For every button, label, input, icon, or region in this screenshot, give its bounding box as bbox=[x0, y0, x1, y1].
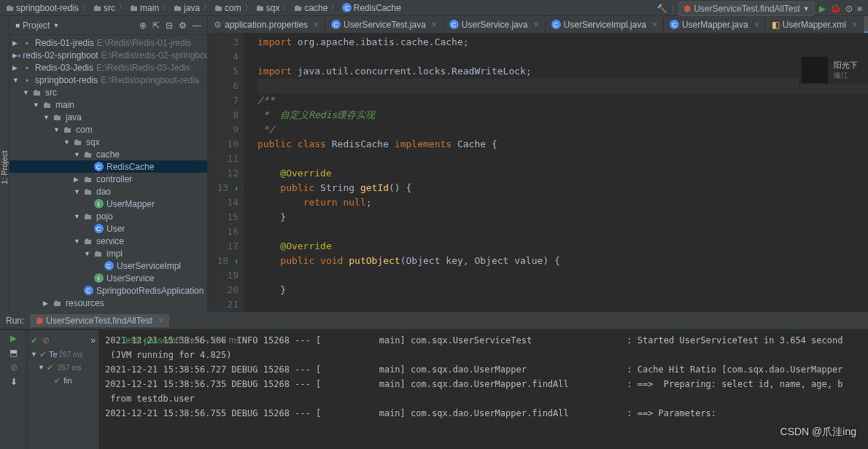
test-tree-item[interactable]: ✔fin bbox=[28, 374, 98, 387]
tree-item[interactable]: CSpringbootRedisApplication bbox=[9, 284, 207, 297]
test-tree-item[interactable]: ▼✔ 267 ms bbox=[28, 361, 98, 374]
tree-item[interactable]: ▶▪Redis-01-jredisE:\Redis\Redis-01-jredi… bbox=[9, 36, 207, 49]
close-icon[interactable]: × bbox=[314, 20, 319, 30]
editor-tab[interactable]: CUserService.java× bbox=[443, 16, 546, 33]
close-icon[interactable]: × bbox=[652, 20, 657, 30]
run-tab[interactable]: ⬢ UserServiceTest.findAllTest × bbox=[30, 314, 168, 327]
tree-item[interactable]: ▼🖿sqx bbox=[9, 136, 207, 148]
breadcrumb-item[interactable]: 〉🖿java bbox=[159, 1, 200, 14]
expand-arrows-icon[interactable]: » bbox=[90, 335, 96, 345]
editor-tab[interactable]: ⚙application.properties× bbox=[208, 16, 325, 33]
project-panel: ■ Project ▼ ⊕ ⇱ ⊟ ⚙ — ▶▪Redis-01-jredisE… bbox=[9, 16, 208, 312]
tree-item[interactable]: ▼🖿service bbox=[9, 235, 207, 247]
build-icon[interactable]: 🔨 bbox=[656, 4, 667, 14]
close-icon[interactable]: × bbox=[534, 20, 539, 30]
line-gutter[interactable]: 345678910111213 ⬆1415161718 ⬆192021 bbox=[208, 34, 244, 312]
console-output[interactable]: 2021-12-21 15:38:56.506 INFO 15268 --- [… bbox=[99, 330, 868, 449]
expand-icon[interactable]: ⇱ bbox=[152, 20, 160, 31]
song-title: 阳光下 bbox=[834, 60, 868, 71]
tree-item[interactable]: ▼🖿dao bbox=[9, 185, 207, 198]
tree-item[interactable]: CRedisCache bbox=[9, 160, 207, 173]
stop-icon[interactable]: ⊘ bbox=[10, 362, 18, 372]
close-icon[interactable]: × bbox=[432, 20, 437, 30]
run-icon[interactable]: ▶ bbox=[819, 4, 826, 14]
breadcrumb-item[interactable]: 〉🖿cache bbox=[279, 1, 328, 14]
run-label: Run: bbox=[6, 316, 24, 326]
project-tree[interactable]: ▶▪Redis-01-jredisE:\Redis\Redis-01-jredi… bbox=[9, 35, 207, 311]
tree-item[interactable]: ▶🖿resources bbox=[9, 297, 207, 309]
close-icon[interactable]: × bbox=[754, 20, 759, 30]
breadcrumb-item[interactable]: 〉CRedisCache bbox=[328, 1, 400, 14]
project-label: Project bbox=[23, 20, 50, 31]
breadcrumb-item[interactable]: 〉🖿src bbox=[79, 1, 115, 14]
select-target-icon[interactable]: ⊕ bbox=[139, 20, 147, 31]
editor-tab[interactable]: CRedisCache bbox=[864, 16, 868, 33]
tree-item[interactable]: ▼🖿impl bbox=[9, 247, 207, 259]
editor-tab[interactable]: ◧UserMapper.xml× bbox=[766, 16, 864, 33]
run-config-dropdown[interactable]: ⬢ UserServiceTest.findAllTest ▼ bbox=[678, 1, 814, 16]
tree-item[interactable]: ▶▪Redis-03-JedisE:\Redis\Redis-03-Jedis bbox=[9, 61, 207, 74]
close-icon[interactable]: × bbox=[852, 20, 857, 30]
editor-tab[interactable]: CUserServiceImpl.java× bbox=[546, 16, 664, 33]
test-tree-item[interactable]: ▼✔Te 267 ms bbox=[28, 348, 98, 361]
tree-item[interactable]: ▼▪springboot-redisE:\Redis\springboot-re… bbox=[9, 74, 207, 86]
breadcrumb-item[interactable]: 🖿springboot-redis bbox=[6, 3, 79, 13]
rerun-icon[interactable]: ▶ bbox=[10, 333, 17, 343]
editor-tabs: ⚙application.properties×CUserServiceTest… bbox=[208, 16, 868, 34]
breadcrumb-item[interactable]: 〉🖿com bbox=[200, 1, 241, 14]
tree-item[interactable]: ▼🖿cache bbox=[9, 148, 207, 160]
song-artist: 痛江 bbox=[834, 71, 868, 81]
tree-item[interactable]: ▶🖿controller bbox=[9, 173, 207, 185]
project-tool-stripe[interactable]: 1: Project bbox=[0, 16, 9, 312]
settings-icon[interactable]: ⚙ bbox=[179, 20, 187, 31]
watermark: CSDN @爪洼ing bbox=[780, 426, 856, 439]
tree-item[interactable]: CUser bbox=[9, 222, 207, 235]
breadcrumb-item[interactable]: 〉🖿main bbox=[115, 1, 159, 14]
fail-filter-icon[interactable]: ⊘ bbox=[42, 335, 50, 345]
debug-icon[interactable]: 🐞 bbox=[830, 4, 841, 14]
breadcrumb: 🖿springboot-redis〉🖿src〉🖿main〉🖿java〉🖿com〉… bbox=[0, 0, 868, 16]
breadcrumb-item[interactable]: 〉🖿sqx bbox=[241, 1, 280, 14]
tree-item[interactable]: ▼🖿com bbox=[9, 123, 207, 136]
down-icon[interactable]: ⬇ bbox=[10, 377, 18, 387]
tree-item[interactable]: IUserService bbox=[9, 272, 207, 284]
editor-tab[interactable]: CUserMapper.java× bbox=[664, 16, 766, 33]
code-editor[interactable]: import org.apache.ibatis.cache.Cache; im… bbox=[244, 34, 868, 312]
close-icon[interactable]: × bbox=[158, 316, 163, 326]
album-cover bbox=[802, 57, 828, 83]
tree-item[interactable]: ▼🖿main bbox=[9, 98, 207, 111]
pass-filter-icon[interactable]: ✔ bbox=[31, 335, 38, 345]
stop-icon[interactable]: ■ bbox=[857, 4, 862, 14]
tree-item[interactable]: ▼🖿pojo bbox=[9, 210, 207, 222]
separator: | bbox=[672, 4, 674, 14]
tree-item[interactable]: CUserServiceImpl bbox=[9, 259, 207, 272]
toggle-icon[interactable]: ⬒ bbox=[9, 348, 18, 358]
hide-icon[interactable]: — bbox=[193, 20, 201, 31]
run-panel-header: Run: ⬢ UserServiceTest.findAllTest × bbox=[0, 312, 868, 329]
editor-tab[interactable]: CUserServiceTest.java× bbox=[325, 16, 443, 33]
tree-item[interactable]: IUserMapper bbox=[9, 198, 207, 210]
tree-item[interactable]: ▶▪redis-02-springbootE:\Redis\redis-02-s… bbox=[9, 49, 207, 61]
tree-item[interactable]: ▼🖿java bbox=[9, 111, 207, 123]
coverage-icon[interactable]: ⊙ bbox=[845, 4, 853, 14]
collapse-icon[interactable]: ⊟ bbox=[166, 20, 173, 31]
tree-item[interactable]: ▼🖿src bbox=[9, 86, 207, 98]
music-widget[interactable]: 阳光下 痛江 ♡ bbox=[799, 55, 868, 85]
run-toolbar: ▶ ⬒ ⊘ ⬇ bbox=[0, 330, 28, 449]
